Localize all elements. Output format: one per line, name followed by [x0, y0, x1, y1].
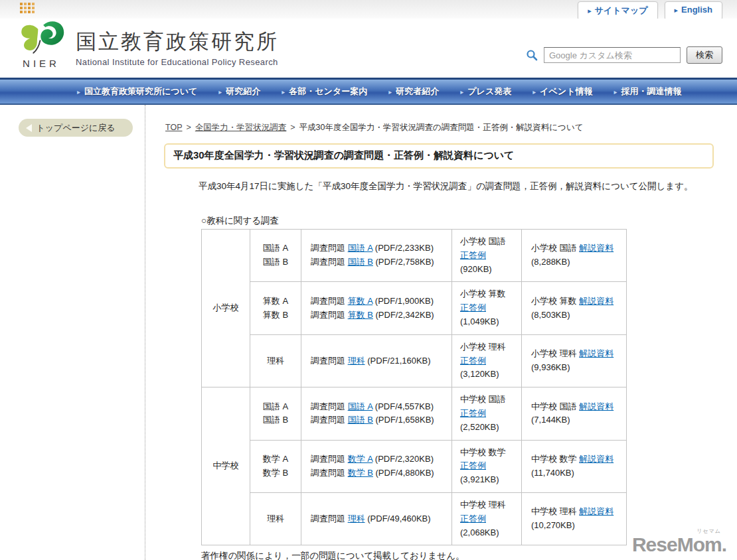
- breadcrumb-separator: >: [290, 123, 295, 132]
- question-pdf-link[interactable]: 国語 B: [348, 415, 373, 425]
- site-name-english: National Institute for Educational Polic…: [76, 57, 279, 67]
- back-to-top-button[interactable]: トップページに戻る: [19, 119, 133, 137]
- english-link[interactable]: ▸English: [665, 1, 722, 21]
- commentary-cell: 小学校 理科 解説資料(9,936KB): [522, 334, 627, 387]
- nav-item-6[interactable]: ▸採用・調達情報: [614, 86, 681, 98]
- answers-size: (920KB): [460, 263, 516, 277]
- question-line: 調査問題 算数 A (PDF/1,900KB): [311, 295, 445, 309]
- commentary-link[interactable]: 解説資料: [579, 243, 614, 253]
- question-pdf-link[interactable]: 国語 B: [348, 257, 373, 267]
- nav-item-0[interactable]: ▸国立教育政策研究所について: [77, 86, 197, 98]
- answers-size: (3,921KB): [460, 473, 516, 487]
- question-line: 調査問題 国語 B (PDF/1,658KB): [311, 413, 445, 427]
- nav-item-1[interactable]: ▸研究紹介: [218, 86, 260, 98]
- subject-label: 数学 A: [250, 453, 301, 466]
- commentary-line: 小学校 算数 解説資料: [531, 295, 621, 309]
- answer-example-link[interactable]: 正答例: [460, 250, 486, 260]
- nav-item-label: 各部・センター案内: [289, 86, 367, 98]
- answers-cell: 小学校 国語正答例(920KB): [452, 230, 522, 282]
- english-label: English: [681, 5, 712, 15]
- answer-example-link[interactable]: 正答例: [460, 356, 486, 366]
- sitemap-link[interactable]: ▸サイトマップ: [578, 1, 657, 21]
- breadcrumb-link-0[interactable]: TOP: [165, 123, 182, 132]
- question-pdf-link[interactable]: 国語 A: [348, 401, 373, 411]
- utility-bar: ▸サイトマップ ▸English: [0, 0, 737, 19]
- commentary-line: 中学校 数学 解説資料: [531, 453, 621, 466]
- commentary-cell: 中学校 数学 解説資料(11,740KB): [522, 440, 627, 492]
- answers-cell: 小学校 理科正答例(3,120KB): [452, 334, 522, 387]
- answers-size: (1,049KB): [460, 315, 516, 329]
- question-pdf-link[interactable]: 理科: [348, 356, 365, 366]
- nav-item-label: イベント情報: [540, 86, 592, 98]
- nav-item-label: 採用・調達情報: [621, 86, 682, 98]
- watermark-text: ReseMom.: [632, 533, 726, 555]
- subject-cell: 算数 A算数 B: [250, 282, 301, 334]
- question-line: 調査問題 算数 B (PDF/2,342KB): [311, 309, 445, 322]
- nav-item-4[interactable]: ▸プレス発表: [460, 86, 511, 98]
- sidebar: トップページに戻る: [0, 105, 145, 560]
- answer-example-link[interactable]: 正答例: [460, 303, 486, 313]
- question-pdf-link[interactable]: 数学 B: [348, 468, 373, 478]
- subject-cell: 理科: [250, 492, 301, 545]
- table-row: 理科調査問題 理科 (PDF/21,160KB)小学校 理科正答例(3,120K…: [202, 334, 627, 387]
- answers-label: 中学校 理科: [460, 498, 516, 512]
- nav-item-3[interactable]: ▸研究者紹介: [388, 86, 439, 98]
- subject-label: 国語 A: [250, 400, 301, 414]
- site-header: NIER 国立教育政策研究所 National Institute for Ed…: [0, 19, 737, 78]
- questions-cell: 調査問題 算数 A (PDF/1,900KB)調査問題 算数 B (PDF/2,…: [301, 282, 452, 334]
- site-logo[interactable]: NIER 国立教育政策研究所 National Institute for Ed…: [17, 20, 279, 69]
- answers-label: 小学校 国語: [460, 235, 516, 249]
- nav-item-label: 国立教育政策研究所について: [84, 86, 197, 98]
- nav-item-2[interactable]: ▸各部・センター案内: [282, 86, 367, 98]
- answers-label: 小学校 算数: [460, 287, 516, 301]
- subject-label: 算数 A: [250, 295, 301, 309]
- back-to-top-label: トップページに戻る: [36, 122, 115, 134]
- breadcrumb-link-1[interactable]: 全国学力・学習状況調査: [195, 123, 287, 132]
- question-pdf-link[interactable]: 理科: [348, 514, 365, 524]
- answer-example-link[interactable]: 正答例: [460, 514, 486, 524]
- answers-cell: 小学校 算数正答例(1,049KB): [452, 282, 522, 334]
- commentary-cell: 中学校 国語 解説資料(7,144KB): [522, 387, 627, 440]
- school-cell: 中学校: [202, 387, 250, 545]
- question-pdf-link[interactable]: 算数 A: [348, 296, 373, 306]
- question-pdf-link[interactable]: 数学 A: [348, 454, 373, 464]
- nav-item-label: プレス発表: [467, 86, 511, 98]
- answer-example-link[interactable]: 正答例: [460, 408, 486, 418]
- commentary-link[interactable]: 解説資料: [579, 401, 614, 411]
- content-area: トップページに戻る TOP>全国学力・学習状況調査>平成30年度全国学力・学習状…: [0, 105, 737, 560]
- question-pdf-link[interactable]: 国語 A: [348, 243, 373, 253]
- questions-cell: 調査問題 数学 A (PDF/2,320KB)調査問題 数学 B (PDF/4,…: [301, 440, 452, 492]
- table-row: 中学校国語 A国語 B調査問題 国語 A (PDF/4,557KB)調査問題 国…: [202, 387, 627, 440]
- table-row: 理科調査問題 理科 (PDF/49,460KB)中学校 理科正答例(2,068K…: [202, 492, 627, 545]
- commentary-cell: 小学校 算数 解説資料(8,503KB): [522, 282, 627, 334]
- question-line: 調査問題 数学 B (PDF/4,880KB): [311, 466, 445, 480]
- chevron-right-icon: ▸: [532, 88, 536, 96]
- commentary-link[interactable]: 解説資料: [579, 296, 614, 306]
- subjects-table: 小学校国語 A国語 B調査問題 国語 A (PDF/2,233KB)調査問題 国…: [201, 229, 627, 545]
- table-row: 小学校国語 A国語 B調査問題 国語 A (PDF/2,233KB)調査問題 国…: [202, 230, 627, 282]
- answer-example-link[interactable]: 正答例: [460, 460, 486, 470]
- school-cell: 小学校: [202, 230, 250, 387]
- questions-cell: 調査問題 理科 (PDF/49,460KB): [301, 492, 452, 545]
- left-arrow-icon: [26, 124, 32, 132]
- question-line: 調査問題 国語 A (PDF/4,557KB): [311, 400, 445, 414]
- questions-cell: 調査問題 国語 A (PDF/4,557KB)調査問題 国語 B (PDF/1,…: [301, 387, 452, 440]
- search-button[interactable]: 検索: [687, 46, 722, 64]
- nier-logo: NIER: [17, 20, 65, 69]
- answers-link-line: 正答例: [460, 407, 516, 421]
- subject-label: 国語 B: [250, 413, 301, 427]
- commentary-link[interactable]: 解説資料: [579, 506, 614, 516]
- answers-cell: 中学校 国語正答例(2,520KB): [452, 387, 522, 440]
- question-pdf-link[interactable]: 算数 B: [348, 310, 373, 320]
- answers-link-line: 正答例: [460, 459, 516, 473]
- subject-cell: 国語 A国語 B: [250, 230, 301, 282]
- commentary-link[interactable]: 解説資料: [579, 454, 614, 464]
- commentary-link[interactable]: 解説資料: [579, 348, 614, 358]
- commentary-line: 中学校 国語 解説資料: [531, 400, 621, 414]
- nier-butterfly-icon: [17, 20, 65, 57]
- chevron-right-icon: ▸: [460, 88, 463, 96]
- nav-item-5[interactable]: ▸イベント情報: [532, 86, 592, 98]
- chevron-right-icon: ▸: [77, 88, 80, 96]
- utility-tabs: ▸サイトマップ ▸English: [578, 0, 722, 21]
- search-input[interactable]: [544, 47, 681, 63]
